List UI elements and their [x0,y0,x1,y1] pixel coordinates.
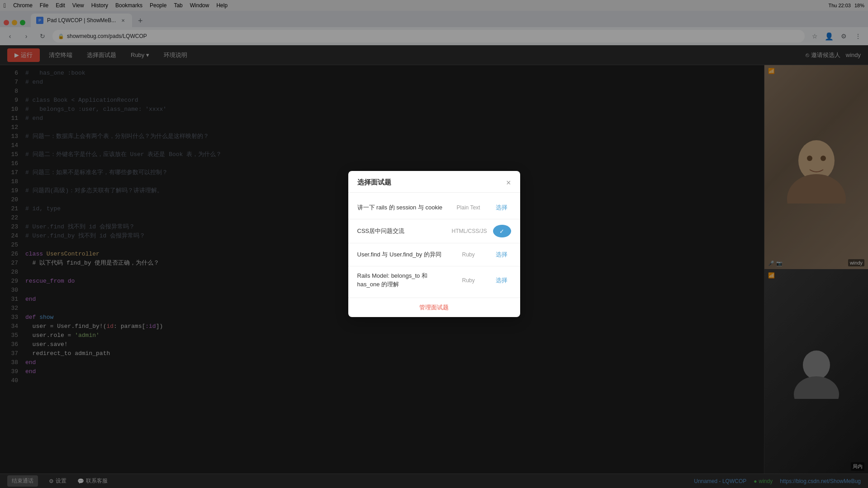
question-text: 讲一下 rails 的 session 与 cookie [357,204,445,212]
select-question-btn-2[interactable]: 选择 [492,249,511,261]
question-row: User.find 与 User.find_by 的异同Ruby选择 [348,243,520,266]
modal-header: 选择面试题 × [348,171,520,193]
question-row: CSS居中问题交流HTML/CSS/JS✓ [348,219,520,243]
manage-questions-link[interactable]: 管理面试题 [419,303,449,312]
modal-title: 选择面试题 [357,178,391,187]
select-question-btn-0[interactable]: 选择 [492,202,511,213]
question-type: HTML/CSS/JS [451,228,488,234]
question-text: Rails Model: belongs_to 和 has_one 的理解 [357,272,445,288]
question-type: Plain Text [451,204,487,211]
select-question-modal: 选择面试题 × 讲一下 rails 的 session 与 cookiePlai… [348,171,520,317]
select-question-btn-1[interactable]: ✓ [493,225,511,237]
modal-overlay[interactable]: 选择面试题 × 讲一下 rails 的 session 与 cookiePlai… [0,0,868,488]
modal-body: 讲一下 rails 的 session 与 cookiePlain Text选择… [348,193,520,297]
modal-footer: 管理面试题 [348,298,520,317]
modal-close-btn[interactable]: × [506,179,511,187]
question-type: Ruby [451,251,487,258]
question-text: CSS居中问题交流 [357,227,446,235]
question-type: Ruby [451,277,487,284]
question-text: User.find 与 User.find_by 的异同 [357,251,445,259]
question-row: Rails Model: belongs_to 和 has_one 的理解Rub… [348,266,520,294]
question-row: 讲一下 rails 的 session 与 cookiePlain Text选择 [348,196,520,219]
select-question-btn-3[interactable]: 选择 [492,275,511,286]
